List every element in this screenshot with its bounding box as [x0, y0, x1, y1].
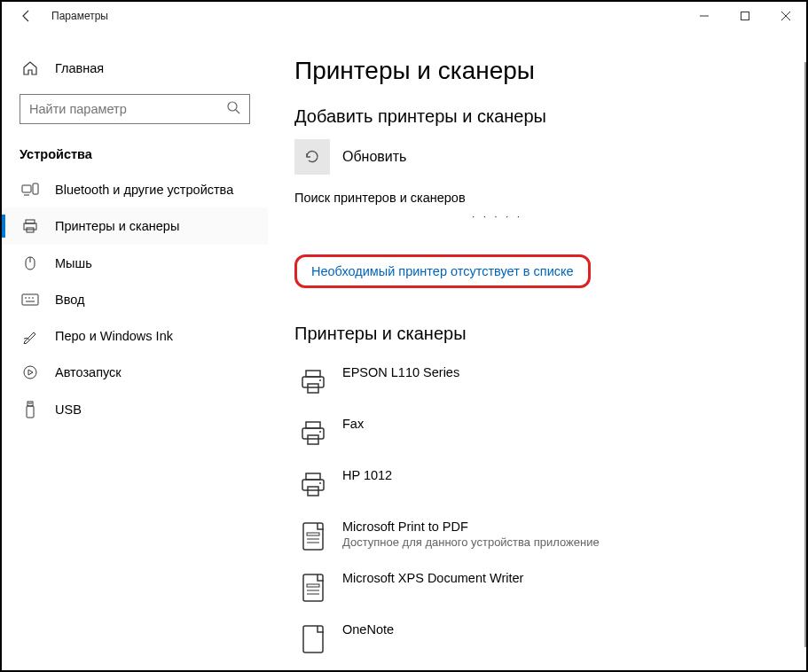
device-label: OneNote	[342, 622, 394, 637]
device-item[interactable]: Fax	[294, 408, 771, 459]
titlebar: Параметры	[2, 2, 806, 30]
list-section-header: Принтеры и сканеры	[294, 324, 771, 344]
device-item[interactable]: EPSON L110 Series	[294, 356, 771, 408]
svg-point-31	[319, 431, 321, 433]
svg-rect-40	[303, 574, 323, 601]
printer-icon	[294, 466, 332, 504]
back-button[interactable]	[9, 2, 44, 30]
page-title: Принтеры и сканеры	[294, 57, 771, 85]
nav-label: Bluetooth и другие устройства	[55, 183, 233, 197]
keyboard-icon	[20, 293, 41, 306]
svg-rect-1	[741, 12, 749, 20]
svg-rect-30	[308, 435, 318, 444]
nav-printers[interactable]: Принтеры и сканеры	[2, 207, 268, 245]
nav-label: Автозапуск	[55, 365, 122, 379]
device-item[interactable]: OneNote	[294, 613, 771, 665]
svg-rect-24	[306, 371, 320, 377]
document-icon	[294, 569, 332, 606]
svg-rect-36	[303, 523, 323, 550]
svg-rect-14	[22, 294, 38, 305]
refresh-label: Обновить	[342, 149, 406, 165]
main-content: Принтеры и сканеры Добавить принтеры и с…	[268, 30, 806, 670]
device-label: HP 1012	[342, 468, 392, 482]
mouse-icon	[20, 255, 41, 271]
highlight-box: Необходимый принтер отсутствует в списке	[294, 254, 591, 288]
category-header: Устройства	[2, 128, 268, 172]
svg-rect-26	[308, 384, 318, 393]
refresh-button[interactable]: Обновить	[294, 139, 771, 175]
home-icon	[20, 60, 41, 76]
svg-rect-6	[22, 185, 31, 192]
svg-rect-25	[302, 377, 324, 387]
svg-rect-20	[27, 402, 33, 406]
device-label: Fax	[342, 417, 364, 431]
printer-icon	[20, 218, 41, 234]
devices-icon	[20, 183, 41, 197]
nav-label: USB	[55, 402, 82, 417]
search-icon	[226, 100, 240, 118]
add-section-header: Добавить принтеры и сканеры	[294, 106, 771, 127]
nav-typing[interactable]: Ввод	[2, 282, 268, 317]
device-item[interactable]: Microsoft Print to PDF Доступное для дан…	[294, 511, 771, 562]
nav-pen[interactable]: Перо и Windows Ink	[2, 317, 268, 355]
device-label: Microsoft Print to PDF	[342, 520, 600, 534]
home-label: Главная	[55, 61, 104, 75]
pen-icon	[20, 328, 41, 344]
autoplay-icon	[20, 365, 41, 379]
svg-rect-37	[307, 533, 319, 535]
nav-label: Мышь	[55, 256, 92, 270]
nav-label: Ввод	[55, 293, 84, 307]
progress-dots: · · · · ·	[472, 210, 771, 223]
search-box[interactable]	[20, 94, 250, 124]
svg-rect-29	[302, 428, 324, 439]
settings-window: Параметры Главная	[2, 2, 806, 670]
nav-label: Перо и Windows Ink	[55, 329, 173, 343]
svg-rect-44	[303, 626, 323, 652]
document-icon	[294, 518, 332, 555]
svg-point-4	[228, 102, 237, 111]
svg-line-5	[236, 110, 239, 113]
sidebar: Главная Устройства Bluetooth и другие ус…	[2, 30, 268, 670]
svg-point-35	[319, 482, 321, 484]
device-sublabel: Доступное для данного устройства приложе…	[342, 535, 600, 549]
device-label: EPSON L110 Series	[342, 365, 459, 379]
usb-icon	[20, 401, 41, 418]
printer-icon	[294, 415, 332, 452]
svg-rect-32	[306, 473, 320, 480]
printer-icon	[294, 363, 332, 401]
nav-label: Принтеры и сканеры	[55, 219, 179, 233]
searching-text: Поиск принтеров и сканеров	[294, 191, 771, 205]
maximize-button[interactable]	[725, 2, 765, 30]
device-item[interactable]: Microsoft XPS Document Writer	[294, 562, 771, 613]
search-input[interactable]	[29, 102, 226, 116]
svg-point-19	[24, 366, 36, 379]
printer-not-listed-link[interactable]: Необходимый принтер отсутствует в списке	[311, 264, 574, 278]
nav-autoplay[interactable]: Автозапуск	[2, 355, 268, 390]
window-title: Параметры	[51, 10, 108, 22]
close-button[interactable]	[765, 2, 806, 30]
device-item[interactable]: HP 1012	[294, 459, 771, 511]
nav-bluetooth[interactable]: Bluetooth и другие устройства	[2, 172, 268, 207]
nav-mouse[interactable]: Мышь	[2, 245, 268, 282]
svg-point-27	[319, 379, 321, 381]
nav-usb[interactable]: USB	[2, 390, 268, 429]
svg-rect-21	[27, 406, 34, 418]
svg-rect-41	[307, 584, 319, 587]
document-icon	[294, 621, 332, 658]
scrollbar[interactable]	[804, 62, 806, 647]
svg-rect-10	[24, 223, 36, 230]
svg-rect-34	[308, 487, 318, 496]
refresh-icon	[294, 139, 330, 175]
home-nav[interactable]: Главная	[2, 51, 268, 85]
svg-rect-28	[306, 422, 320, 428]
svg-rect-9	[26, 220, 35, 223]
svg-rect-33	[302, 480, 324, 490]
svg-rect-7	[33, 184, 38, 194]
minimize-button[interactable]	[684, 2, 725, 30]
device-label: Microsoft XPS Document Writer	[342, 571, 523, 585]
